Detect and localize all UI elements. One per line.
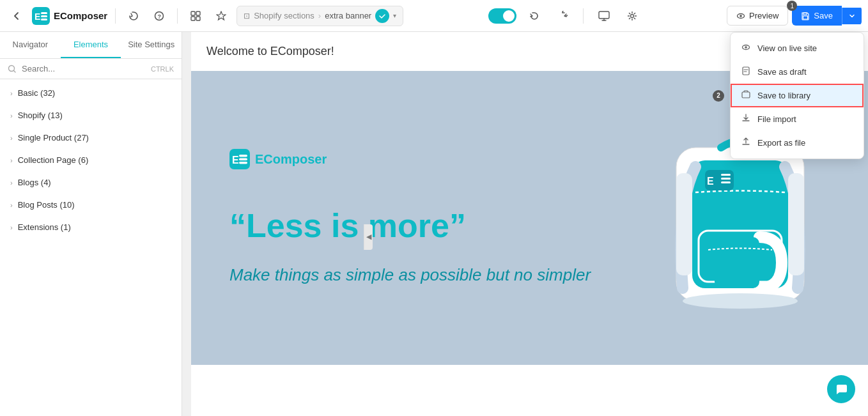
help-button[interactable]: ? — [149, 6, 169, 26]
svg-rect-2 — [41, 12, 47, 14]
svg-point-14 — [740, 15, 742, 17]
search-bar[interactable]: CTRLK — [0, 59, 182, 79]
dropdown-export-file-label: Export as file — [757, 138, 805, 148]
banner-subtext: Make things as simple as possible but no… — [229, 263, 830, 286]
export-icon — [741, 137, 751, 148]
arrow-icon-shopify: › — [10, 112, 13, 119]
banner-logo-icon: E — [229, 149, 250, 169]
list-item-basic[interactable]: › Basic (32) — [0, 82, 182, 104]
desktop-view-button[interactable] — [594, 6, 614, 26]
svg-rect-8 — [196, 12, 200, 15]
history-icon — [128, 11, 139, 21]
element-icon — [216, 11, 226, 21]
dropdown-save-library[interactable]: Save to library 2 — [731, 84, 864, 107]
svg-rect-37 — [743, 67, 749, 75]
divider-3 — [583, 8, 584, 24]
save-icon — [801, 12, 810, 20]
logo-icon: E — [32, 7, 50, 25]
search-input[interactable] — [22, 64, 146, 73]
dropdown-save-draft[interactable]: Save as draft — [731, 60, 864, 84]
draft-icon — [741, 66, 751, 77]
dropdown-file-import[interactable]: File import — [731, 107, 864, 131]
breadcrumb-separator: › — [318, 11, 321, 20]
panel-list: › Basic (32) › Shopify (13) › Single Pro… — [0, 79, 182, 416]
svg-rect-11 — [599, 12, 609, 19]
history-button[interactable] — [123, 6, 144, 26]
svg-rect-7 — [191, 12, 195, 15]
breadcrumb-page-name: extra banner — [325, 11, 371, 20]
list-item-single-product-label: Single Product (27) — [18, 133, 89, 143]
svg-rect-4 — [41, 19, 47, 20]
panel-collapse-handle[interactable]: ◀ — [364, 224, 373, 250]
svg-rect-16 — [803, 16, 808, 19]
preview-button[interactable]: Preview — [727, 6, 788, 26]
save-button-group: Save 1 — [792, 6, 862, 26]
svg-text:?: ? — [158, 13, 162, 20]
list-item-blogs[interactable]: › Blogs (4) — [0, 171, 182, 194]
search-shortcut: CTRLK — [151, 65, 174, 73]
list-item-single-product[interactable]: › Single Product (27) — [0, 127, 182, 149]
back-button[interactable] — [6, 6, 27, 26]
banner-content: E EComposer “Less is more” Make things a… — [229, 149, 830, 287]
arrow-icon-blogs: › — [10, 179, 13, 187]
breadcrumb-page-icon: ⊡ — [244, 12, 250, 20]
list-item-shopify[interactable]: › Shopify (13) — [0, 104, 182, 127]
save-label: Save — [814, 11, 833, 20]
search-icon — [8, 65, 17, 73]
list-item-shopify-label: Shopify (13) — [18, 111, 63, 120]
list-item-collection-page-label: Collection Page (6) — [18, 155, 89, 165]
divider-2 — [177, 8, 178, 24]
save-dropdown-button[interactable] — [842, 8, 862, 24]
list-item-collection-page[interactable]: › Collection Page (6) — [0, 149, 182, 171]
svg-rect-22 — [239, 162, 247, 164]
svg-rect-3 — [41, 15, 47, 17]
dropdown-save-draft-label: Save as draft — [757, 67, 807, 77]
svg-rect-38 — [742, 92, 750, 98]
arrow-icon-basic: › — [10, 89, 13, 97]
toolbar-right-group: Preview Save 1 — [727, 6, 862, 26]
undo-button[interactable] — [524, 6, 545, 26]
chat-widget[interactable] — [827, 375, 855, 403]
dropdown-export-file[interactable]: Export as file — [731, 131, 864, 155]
save-main-button[interactable]: Save — [792, 6, 842, 26]
save-dropdown-menu: View on live site Save as draft Save to … — [730, 32, 864, 159]
breadcrumb[interactable]: ⊡ Shopify sections › extra banner ▾ — [236, 6, 403, 26]
arrow-icon-blog-posts: › — [10, 201, 13, 209]
tab-elements[interactable]: Elements — [61, 32, 121, 58]
svg-point-36 — [745, 46, 747, 49]
svg-text:E: E — [35, 12, 40, 22]
preview-label: Preview — [749, 11, 779, 20]
tab-site-settings[interactable]: Site Settings — [121, 32, 182, 58]
redo-button[interactable] — [552, 6, 573, 26]
left-panel: Navigator Elements Site Settings CTRLK ›… — [0, 32, 182, 416]
svg-point-34 — [683, 293, 798, 309]
breadcrumb-status-icon[interactable] — [375, 9, 389, 23]
publish-toggle[interactable] — [488, 8, 516, 24]
element-button[interactable] — [211, 6, 231, 26]
tab-navigator[interactable]: Navigator — [0, 32, 61, 58]
arrow-icon-single-product: › — [10, 134, 13, 142]
svg-rect-10 — [196, 17, 200, 20]
svg-rect-9 — [191, 17, 195, 20]
dropdown-save-library-label: Save to library — [757, 91, 810, 100]
app-name: EComposer — [54, 10, 107, 21]
chevron-down-icon — [849, 13, 855, 19]
layout-toggle-button[interactable] — [185, 6, 206, 26]
dropdown-view-live[interactable]: View on live site — [731, 36, 864, 60]
settings-button[interactable] — [622, 6, 642, 26]
back-icon — [12, 11, 22, 21]
check-icon — [378, 12, 386, 20]
chat-icon — [834, 382, 848, 396]
library-icon — [741, 90, 751, 101]
svg-rect-15 — [803, 13, 807, 15]
list-item-blogs-label: Blogs (4) — [18, 178, 51, 187]
toolbar-left-group: E EComposer ? — [6, 6, 403, 26]
arrow-icon-extensions: › — [10, 224, 13, 231]
svg-point-12 — [630, 14, 633, 17]
help-icon: ? — [154, 11, 164, 21]
list-item-blog-posts[interactable]: › Blog Posts (10) — [0, 194, 182, 216]
desktop-icon — [598, 11, 610, 21]
divider-1 — [115, 8, 116, 24]
list-item-extensions[interactable]: › Extensions (1) — [0, 216, 182, 238]
undo-icon — [529, 11, 539, 21]
